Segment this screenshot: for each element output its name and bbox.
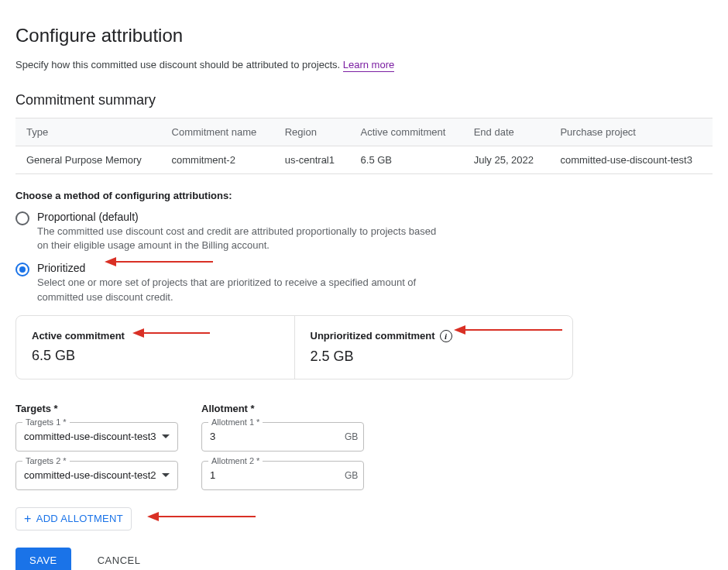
allotment-1-input[interactable]	[210, 431, 340, 442]
radio-proportional-group: Proportional (default) The committed use…	[15, 211, 713, 252]
plus-icon: +	[24, 513, 32, 525]
chevron-down-icon	[162, 473, 170, 477]
col-end: End date	[463, 118, 550, 146]
col-name: Commitment name	[161, 118, 274, 146]
col-project: Purchase project	[549, 118, 713, 146]
intro-text: Specify how this committed use discount …	[15, 59, 713, 70]
active-commitment-panel: Active commitment 6.5 GB	[16, 316, 294, 379]
info-icon[interactable]: i	[440, 330, 452, 342]
table-header-row: Type Commitment name Region Active commi…	[15, 118, 713, 146]
active-commitment-label: Active commitment	[32, 330, 125, 342]
radio-proportional-desc: The committed use discount cost and cred…	[37, 225, 440, 252]
learn-more-link[interactable]: Learn more	[343, 59, 394, 72]
targets-column-label: Targets *	[15, 403, 178, 414]
allotment-column-label: Allotment *	[201, 403, 364, 414]
cell-region: us-central1	[274, 146, 350, 174]
cell-name: commitment-2	[161, 146, 274, 174]
col-region: Region	[274, 118, 350, 146]
cell-active: 6.5 GB	[350, 146, 463, 174]
targets-2-value: committed-use-discount-test2	[24, 469, 157, 481]
intro-prefix: Specify how this committed use discount …	[15, 59, 343, 70]
page-title: Configure attribution	[15, 25, 713, 46]
annotation-arrow-icon	[147, 509, 256, 524]
commitment-box: Active commitment 6.5 GB Unprioritized c…	[15, 315, 573, 379]
targets-1-select[interactable]: Targets 1 * committed-use-discount-test3	[15, 422, 178, 452]
radio-proportional-title: Proportional (default)	[37, 211, 440, 223]
allotment-2-input-wrap: Allotment 2 * GB	[201, 461, 364, 490]
targets-1-value: committed-use-discount-test3	[24, 431, 157, 442]
radio-prioritized-group: Prioritized Select one or more set of pr…	[15, 262, 713, 304]
allotment-2-input[interactable]	[210, 469, 340, 481]
col-active: Active commitment	[350, 118, 463, 146]
table-row: General Purpose Memory commitment-2 us-c…	[15, 146, 713, 174]
radio-prioritized-title: Prioritized	[37, 262, 440, 274]
targets-2-select[interactable]: Targets 2 * committed-use-discount-test2	[15, 461, 178, 490]
cell-type: General Purpose Memory	[15, 146, 161, 174]
targets-section: Targets * Targets 1 * committed-use-disc…	[15, 403, 713, 500]
add-allotment-label: ADD ALLOTMENT	[36, 513, 123, 524]
allotment-1-unit: GB	[345, 431, 358, 442]
targets-1-floating-label: Targets 1 *	[22, 417, 70, 427]
active-commitment-value: 6.5 GB	[32, 348, 279, 364]
radio-prioritized-desc: Select one or more set of projects that …	[37, 276, 440, 304]
cell-end: July 25, 2022	[463, 146, 550, 174]
cancel-button[interactable]: CANCEL	[93, 554, 146, 567]
actions-row: SAVE CANCEL	[15, 548, 713, 570]
allotment-2-floating-label: Allotment 2 *	[208, 456, 263, 465]
chevron-down-icon	[162, 434, 170, 438]
add-allotment-button[interactable]: + ADD ALLOTMENT	[15, 507, 132, 531]
summary-heading: Commitment summary	[15, 92, 713, 108]
radio-proportional[interactable]	[15, 211, 29, 225]
unprioritized-commitment-label: Unprioritized commitment	[311, 330, 435, 342]
radio-prioritized[interactable]	[15, 263, 29, 276]
targets-2-floating-label: Targets 2 *	[22, 456, 70, 465]
method-label: Choose a method of configuring attributi…	[15, 190, 713, 201]
svg-marker-7	[147, 512, 159, 521]
unprioritized-commitment-value: 2.5 GB	[311, 349, 558, 365]
allotment-2-unit: GB	[345, 470, 358, 481]
cell-project: committed-use-discount-test3	[549, 146, 713, 174]
col-type: Type	[15, 118, 161, 146]
unprioritized-commitment-panel: Unprioritized commitment i 2.5 GB	[294, 316, 573, 379]
allotment-1-floating-label: Allotment 1 *	[208, 417, 263, 427]
commitment-summary-table: Type Commitment name Region Active commi…	[15, 118, 713, 174]
save-button[interactable]: SAVE	[15, 548, 71, 570]
allotment-1-input-wrap: Allotment 1 * GB	[201, 422, 364, 452]
